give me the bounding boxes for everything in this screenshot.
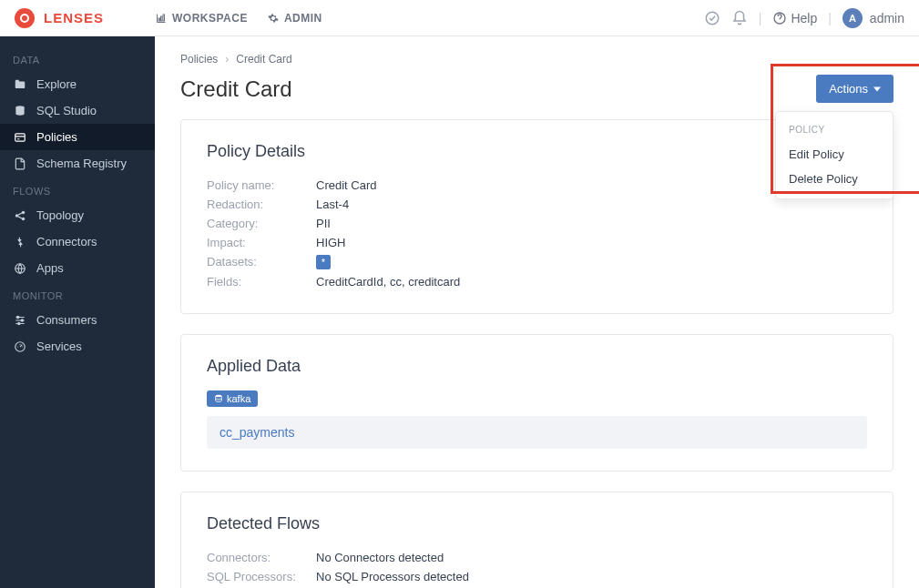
help-label: Help bbox=[791, 11, 817, 25]
breadcrumb-root[interactable]: Policies bbox=[180, 53, 218, 66]
dropdown-edit-policy[interactable]: Edit Policy bbox=[776, 142, 893, 167]
document-icon bbox=[13, 157, 27, 170]
svg-rect-2 bbox=[163, 15, 165, 21]
detail-value: No Connectors detected bbox=[316, 551, 444, 564]
database-icon bbox=[214, 394, 223, 403]
separator: | bbox=[828, 11, 832, 25]
page-header: Credit Card Actions POLICY Edit Policy D… bbox=[180, 75, 893, 103]
sidebar-item-policies[interactable]: Policies bbox=[0, 124, 155, 150]
sidebar-item-consumers[interactable]: Consumers bbox=[0, 307, 155, 333]
avatar: A bbox=[842, 8, 863, 28]
folder-icon bbox=[13, 78, 27, 91]
sidebar-item-label: Services bbox=[36, 340, 82, 353]
bell-icon[interactable] bbox=[731, 10, 748, 26]
applied-data-link[interactable]: cc_payments bbox=[220, 425, 294, 440]
side-section-monitor: MONITOR bbox=[0, 281, 155, 307]
svg-point-3 bbox=[706, 12, 719, 25]
svg-rect-6 bbox=[15, 133, 26, 140]
nav-admin-label: ADMIN bbox=[284, 12, 322, 25]
detail-label: Impact: bbox=[207, 236, 316, 249]
detail-value: No SQL Processors detected bbox=[316, 570, 469, 583]
side-section-flows: FLOWS bbox=[0, 177, 155, 202]
sidebar-item-label: Connectors bbox=[36, 235, 97, 248]
detail-label: Category: bbox=[207, 217, 316, 230]
detail-value: HIGH bbox=[316, 236, 346, 249]
sidebar-item-sql-studio[interactable]: SQL Studio bbox=[0, 97, 155, 124]
card-title: Policy Details bbox=[207, 142, 867, 161]
detail-label: SQL Processors: bbox=[207, 570, 316, 583]
user-menu[interactable]: A admin bbox=[842, 8, 904, 28]
sidebar-item-label: SQL Studio bbox=[36, 104, 97, 117]
chart-icon bbox=[156, 13, 167, 24]
svg-point-11 bbox=[17, 316, 19, 318]
topbar: LENSES WORKSPACE ADMIN | bbox=[0, 0, 919, 36]
detail-value: Last-4 bbox=[316, 198, 349, 211]
actions-dropdown: POLICY Edit Policy Delete Policy bbox=[775, 111, 893, 199]
dropdown-delete-policy[interactable]: Delete Policy bbox=[776, 167, 893, 191]
check-circle-icon[interactable] bbox=[704, 10, 720, 26]
sidebar-item-label: Schema Registry bbox=[36, 157, 127, 170]
actions-button[interactable]: Actions bbox=[816, 75, 893, 103]
side-section-data: DATA bbox=[0, 46, 155, 71]
kafka-label: kafka bbox=[227, 393, 250, 404]
breadcrumb-current: Credit Card bbox=[236, 53, 291, 66]
help-icon bbox=[772, 11, 787, 25]
detail-label: Redaction: bbox=[207, 198, 316, 211]
main-content: Policies › Credit Card Credit Card Actio… bbox=[155, 36, 919, 588]
detail-row-datasets: Datasets: * bbox=[207, 252, 867, 272]
top-right: | Help | A admin bbox=[704, 8, 904, 28]
applied-data-row: cc_payments bbox=[207, 416, 867, 449]
card-title: Applied Data bbox=[207, 357, 867, 376]
top-nav: WORKSPACE ADMIN bbox=[156, 12, 322, 25]
detail-label: Datasets: bbox=[207, 255, 316, 269]
sidebar-item-services[interactable]: Services bbox=[0, 333, 155, 360]
sidebar-item-label: Apps bbox=[36, 261, 64, 275]
page-title: Credit Card bbox=[180, 76, 292, 102]
chevron-right-icon: › bbox=[225, 53, 229, 66]
user-name: admin bbox=[870, 11, 904, 25]
separator: | bbox=[759, 11, 762, 25]
globe-icon bbox=[13, 262, 27, 275]
actions-wrap: Actions POLICY Edit Policy Delete Policy bbox=[816, 75, 893, 103]
sidebar-item-topology[interactable]: Topology bbox=[0, 202, 155, 228]
nav-workspace[interactable]: WORKSPACE bbox=[156, 12, 248, 25]
detected-flows-card: Detected Flows Connectors: No Connectors… bbox=[180, 492, 893, 588]
detail-row-fields: Fields: CreditCardId, cc, creditcard bbox=[207, 272, 867, 291]
nav-admin[interactable]: ADMIN bbox=[268, 12, 322, 25]
detail-value: CreditCardId, cc, creditcard bbox=[316, 275, 460, 289]
sidebar-item-connectors[interactable]: Connectors bbox=[0, 228, 155, 255]
sliders-icon bbox=[13, 314, 27, 327]
gear-icon bbox=[268, 13, 279, 24]
detail-row-sql-processors: SQL Processors: No SQL Processors detect… bbox=[207, 567, 867, 586]
dropdown-header: POLICY bbox=[776, 119, 893, 142]
svg-point-7 bbox=[15, 214, 19, 218]
detail-label: Fields: bbox=[207, 275, 316, 289]
detail-value: PII bbox=[316, 217, 331, 230]
detail-row-category: Category: PII bbox=[207, 214, 867, 233]
breadcrumb: Policies › Credit Card bbox=[180, 53, 893, 66]
nav-workspace-label: WORKSPACE bbox=[172, 12, 248, 25]
logo[interactable]: LENSES bbox=[15, 8, 156, 28]
actions-label: Actions bbox=[829, 82, 868, 96]
database-icon bbox=[13, 105, 27, 117]
card-icon bbox=[13, 131, 27, 144]
svg-point-15 bbox=[216, 395, 222, 398]
svg-rect-1 bbox=[161, 16, 163, 21]
detail-value: Credit Card bbox=[316, 178, 376, 192]
star-badge: * bbox=[316, 255, 331, 269]
logo-icon bbox=[15, 8, 35, 28]
detail-value: * bbox=[316, 255, 331, 269]
sidebar: DATA Explore SQL Studio Policies Schema … bbox=[0, 36, 155, 588]
sidebar-item-schema-registry[interactable]: Schema Registry bbox=[0, 150, 155, 177]
detail-row-impact: Impact: HIGH bbox=[207, 233, 867, 252]
gauge-icon bbox=[13, 340, 27, 353]
svg-point-12 bbox=[21, 319, 23, 320]
sidebar-item-apps[interactable]: Apps bbox=[0, 255, 155, 281]
sidebar-item-label: Consumers bbox=[36, 313, 97, 327]
kafka-badge: kafka bbox=[207, 390, 258, 407]
detail-row-connectors: Connectors: No Connectors detected bbox=[207, 548, 867, 567]
sidebar-item-explore[interactable]: Explore bbox=[0, 71, 155, 97]
svg-point-13 bbox=[18, 322, 20, 324]
sidebar-item-label: Topology bbox=[36, 208, 84, 222]
help-link[interactable]: Help bbox=[772, 11, 817, 25]
